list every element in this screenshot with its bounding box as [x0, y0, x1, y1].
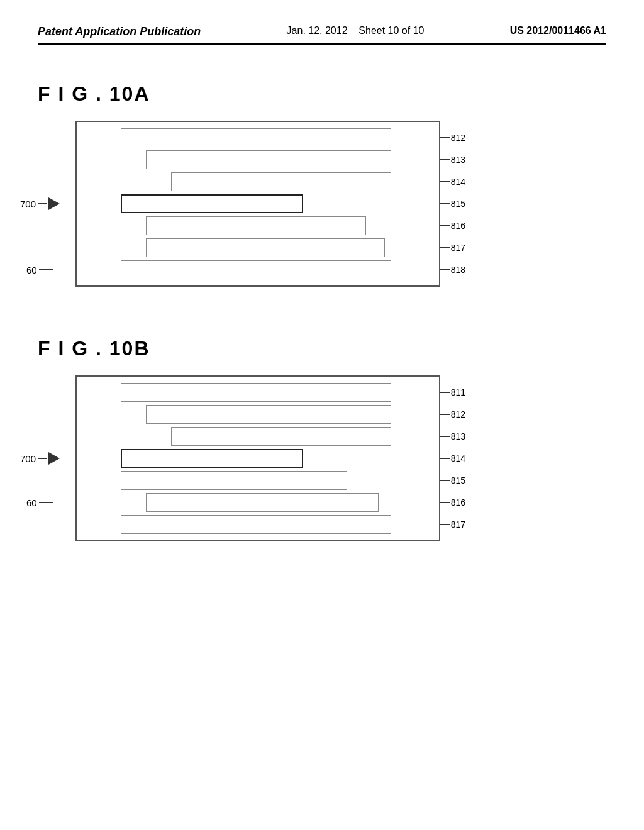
fig10a-label-813: 813: [440, 155, 465, 165]
fig10a-bar-817: 817: [83, 238, 433, 257]
fig10b-rect-816: [146, 493, 379, 512]
page: Patent Application Publication Jan. 12, …: [0, 0, 644, 830]
header-patent-number: US 2012/0011466 A1: [510, 25, 606, 36]
fig10a-rect-816: [146, 216, 366, 235]
fig10a-label-815: 815: [440, 199, 465, 209]
fig10a-label-816: 816: [440, 221, 465, 231]
fig10b-label-814: 814: [440, 453, 465, 463]
fig10b-label-700: 700: [20, 452, 60, 465]
fig10b-label-811: 811: [440, 387, 465, 397]
fig10a-rect-812: [121, 128, 391, 147]
fig10b-rect-815: [121, 471, 347, 490]
header-date-sheet: Jan. 12, 2012 Sheet 10 of 10: [287, 25, 425, 36]
fig10a-outer-border: 812 813 814: [75, 121, 440, 287]
figure-10a-section: F I G . 10A 812 813: [38, 82, 606, 287]
fig10b-bar-813: 813: [83, 427, 433, 446]
figure-10a-title: F I G . 10A: [38, 82, 606, 106]
fig10a-bar-812: 812: [83, 128, 433, 147]
fig10b-bar-816: 60 816: [83, 493, 433, 512]
fig10b-bar-817: 817: [83, 515, 433, 534]
fig10b-label-817: 817: [440, 519, 465, 529]
fig10a-label-814: 814: [440, 177, 465, 187]
fig10b-rect-813: [171, 427, 391, 446]
header-publication-label: Patent Application Publication: [38, 25, 201, 38]
fig10a-bar-815: 700 815: [83, 194, 433, 213]
header-sheet: Sheet 10 of 10: [358, 25, 424, 36]
fig10a-label-818: 818: [440, 265, 465, 275]
fig10b-bar-812: 812: [83, 405, 433, 424]
fig10a-bar-814: 814: [83, 172, 433, 191]
fig10a-bar-816: 816: [83, 216, 433, 235]
fig10a-rect-817: [146, 238, 385, 257]
fig10b-rect-814: [121, 449, 303, 468]
fig10b-bar-814: 700 814: [83, 449, 433, 468]
fig10a-rect-814: [171, 172, 391, 191]
figure-10b-section: F I G . 10B 811 812: [38, 337, 606, 541]
fig10a-label-817: 817: [440, 243, 465, 253]
fig10b-label-60: 60: [26, 497, 53, 508]
fig10b-label-812: 812: [440, 409, 465, 419]
fig10a-rect-815: [121, 194, 303, 213]
fig10b-bar-811: 811: [83, 383, 433, 402]
fig10a-bar-818: 60 818: [83, 260, 433, 279]
fig10a-bar-813: 813: [83, 150, 433, 169]
fig10b-label-813: 813: [440, 431, 465, 441]
fig10a-rect-818: [121, 260, 391, 279]
fig10a-rect-813: [146, 150, 391, 169]
fig10b-bar-815: 815: [83, 471, 433, 490]
fig10a-label-700: 700: [20, 197, 60, 210]
fig10b-label-815: 815: [440, 475, 465, 485]
fig10b-rect-811: [121, 383, 391, 402]
fig10b-rect-817: [121, 515, 391, 534]
fig10b-outer-border: 811 812 813: [75, 375, 440, 541]
fig10b-label-816: 816: [440, 497, 465, 507]
fig10a-label-60: 60: [26, 265, 53, 275]
header-date: Jan. 12, 2012: [287, 25, 348, 36]
header: Patent Application Publication Jan. 12, …: [38, 25, 606, 45]
fig10a-label-812: 812: [440, 133, 465, 143]
figure-10b-title: F I G . 10B: [38, 337, 606, 360]
fig10b-rect-812: [146, 405, 391, 424]
